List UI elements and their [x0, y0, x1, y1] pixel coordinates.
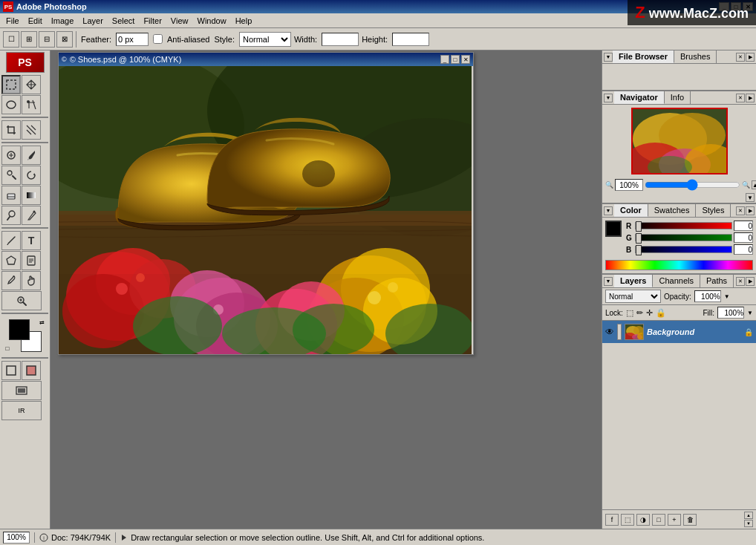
new-layer-btn[interactable]: +: [668, 514, 681, 526]
menu-help[interactable]: Help: [231, 15, 257, 27]
menu-filter[interactable]: Filter: [139, 15, 166, 27]
g-slider-track[interactable]: [635, 234, 732, 241]
nav-close-btn[interactable]: ✕: [736, 94, 745, 102]
lock-transparent-btn[interactable]: ⬚: [626, 308, 633, 318]
type-tool[interactable]: T: [22, 231, 41, 250]
color-spectrum[interactable]: [605, 260, 753, 270]
navigator-tab[interactable]: Navigator: [614, 91, 665, 104]
nav-collapse-btn[interactable]: ▼: [604, 94, 613, 102]
clone-stamp-tool[interactable]: [1, 166, 21, 185]
slice-tool[interactable]: [22, 120, 41, 140]
menu-select[interactable]: Select: [108, 15, 140, 27]
status-zoom-input[interactable]: [3, 532, 30, 544]
eyedropper-tool[interactable]: [1, 271, 21, 290]
doc-maximize-btn[interactable]: □: [451, 55, 460, 64]
nav-zoom-slider[interactable]: [645, 182, 740, 188]
color-tab[interactable]: Color: [614, 204, 648, 217]
path-select-tool[interactable]: [1, 231, 21, 250]
nav-zoom-input[interactable]: [615, 179, 643, 191]
b-slider-thumb[interactable]: [636, 245, 642, 255]
file-browser-tab[interactable]: File Browser: [613, 50, 674, 63]
layers-scroll-up[interactable]: ▲: [744, 512, 753, 519]
menu-layer[interactable]: Layer: [78, 15, 108, 27]
fill-arrow[interactable]: ▼: [747, 310, 753, 316]
feather-input[interactable]: [116, 33, 149, 46]
doc-minimize-btn[interactable]: _: [440, 55, 449, 64]
magic-wand-tool[interactable]: [22, 95, 41, 114]
menu-file[interactable]: File: [1, 15, 24, 27]
menu-edit[interactable]: Edit: [24, 15, 47, 27]
menu-image[interactable]: Image: [47, 15, 79, 27]
lasso-tool[interactable]: [1, 95, 21, 114]
foreground-color-display[interactable]: [605, 221, 622, 237]
doc-close-btn[interactable]: ✕: [461, 55, 470, 64]
screen-mode-btn[interactable]: [1, 381, 42, 400]
height-input[interactable]: [392, 33, 429, 46]
menu-view[interactable]: View: [166, 15, 193, 27]
new-fill-layer-btn[interactable]: ◑: [636, 514, 650, 526]
nav-scroll-down[interactable]: ▼: [746, 193, 755, 202]
nav-scroll-up[interactable]: ▲: [752, 180, 756, 189]
r-slider-track[interactable]: [635, 222, 732, 229]
info-tab[interactable]: Info: [665, 91, 691, 104]
delete-layer-btn[interactable]: 🗑: [683, 514, 697, 526]
layer-visibility-eye[interactable]: 👁: [605, 327, 614, 337]
g-slider-thumb[interactable]: [636, 233, 642, 244]
anti-aliased-checkbox[interactable]: [153, 34, 163, 44]
brushes-tab[interactable]: Brushes: [674, 50, 717, 63]
b-slider-track[interactable]: [635, 246, 732, 253]
zoom-tool[interactable]: [1, 291, 42, 310]
swatches-tab[interactable]: Swatches: [648, 204, 697, 217]
custom-shape-tool[interactable]: [1, 251, 21, 270]
layers-menu-btn[interactable]: ▶: [746, 277, 755, 286]
background-layer-row[interactable]: 👁 Background 🔒: [602, 321, 756, 343]
swap-colors-btn[interactable]: ⇄: [39, 319, 45, 326]
paths-tab[interactable]: Paths: [700, 275, 734, 287]
panel-collapse-btn[interactable]: ▼: [604, 53, 613, 62]
new-selection-btn[interactable]: ☐: [3, 31, 19, 48]
menu-window[interactable]: Window: [193, 15, 231, 27]
opacity-arrow[interactable]: ▼: [724, 293, 730, 300]
fill-input[interactable]: [717, 307, 744, 319]
channels-tab[interactable]: Channels: [653, 275, 700, 287]
pen-tool[interactable]: [22, 206, 41, 225]
layer-style-btn[interactable]: f: [605, 514, 619, 526]
notes-tool[interactable]: [22, 251, 41, 270]
standard-mode-btn[interactable]: [1, 361, 21, 380]
healing-brush-tool[interactable]: [1, 146, 21, 165]
b-value-input[interactable]: 0: [734, 244, 753, 255]
intersect-selection-btn[interactable]: ⊠: [56, 31, 73, 48]
new-group-btn[interactable]: □: [652, 514, 665, 526]
eraser-tool[interactable]: [1, 186, 21, 205]
panel-expand-btn-top[interactable]: ▶: [746, 53, 755, 62]
color-menu-btn[interactable]: ▶: [746, 206, 755, 215]
layers-tab[interactable]: Layers: [614, 275, 653, 287]
layers-collapse-btn[interactable]: ▼: [604, 277, 613, 286]
layers-scroll-down[interactable]: ▼: [744, 520, 753, 527]
quick-mask-btn[interactable]: [22, 361, 41, 380]
color-collapse-btn[interactable]: ▼: [604, 206, 613, 215]
jump-imageready-btn[interactable]: IR: [1, 401, 42, 420]
lock-position-btn[interactable]: ✛: [646, 308, 653, 318]
blend-mode-select[interactable]: Normal Multiply Screen: [605, 290, 661, 303]
styles-tab[interactable]: Styles: [696, 204, 731, 217]
g-value-input[interactable]: 0: [734, 232, 753, 243]
default-colors-btn[interactable]: □: [6, 345, 10, 352]
lock-image-btn[interactable]: ✏: [636, 308, 643, 318]
panel-close-btn-top[interactable]: ✕: [736, 53, 745, 62]
opacity-input[interactable]: [694, 290, 721, 302]
add-selection-btn[interactable]: ⊞: [21, 31, 37, 48]
r-slider-thumb[interactable]: [636, 221, 642, 232]
move-tool[interactable]: [22, 75, 41, 94]
brush-tool[interactable]: [22, 146, 41, 165]
nav-expand-btn[interactable]: ▶: [746, 94, 755, 102]
style-select[interactable]: Normal Fixed Aspect Ratio Fixed Size: [239, 32, 291, 47]
gradient-tool[interactable]: [22, 186, 41, 205]
rectangular-marquee-tool[interactable]: [1, 75, 21, 94]
layer-mask-btn[interactable]: ⬚: [621, 514, 634, 526]
hand-tool[interactable]: [22, 271, 41, 290]
foreground-color-swatch[interactable]: [9, 319, 30, 340]
history-brush-tool[interactable]: [22, 166, 41, 185]
crop-tool[interactable]: [1, 120, 21, 140]
dodge-tool[interactable]: [1, 206, 21, 225]
